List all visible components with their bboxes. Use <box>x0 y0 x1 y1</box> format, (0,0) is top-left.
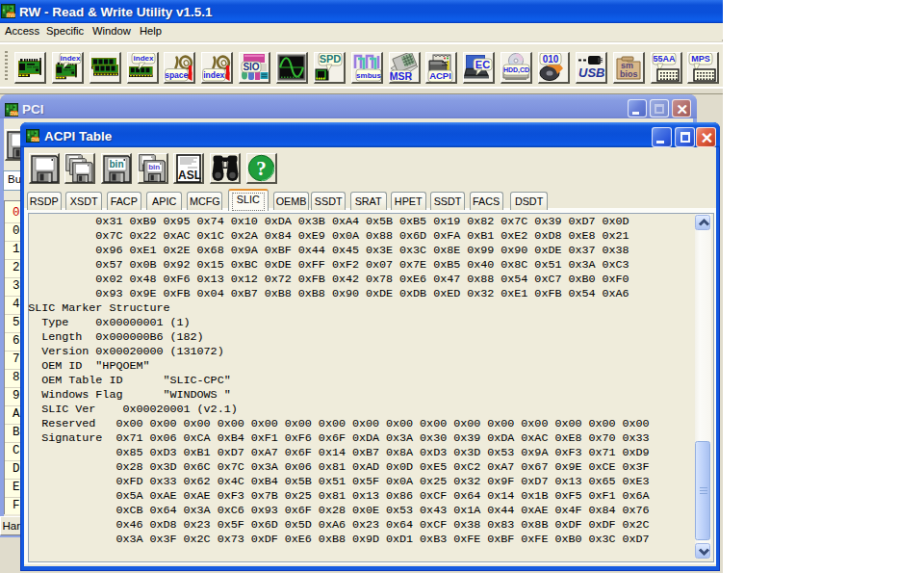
svg-text:RW: RW <box>10 110 18 116</box>
svg-text:RW: RW <box>31 136 39 142</box>
svg-text:MPS: MPS <box>692 54 711 64</box>
svg-text:bin: bin <box>109 159 123 169</box>
svg-text:index: index <box>60 54 80 63</box>
svg-text:RW: RW <box>6 12 15 18</box>
svg-text:ASL: ASL <box>178 169 201 182</box>
svg-text:space: space <box>166 69 189 79</box>
svg-text:SPD: SPD <box>319 53 341 65</box>
svg-text:010: 010 <box>543 53 559 64</box>
svg-text:EC: EC <box>475 58 490 69</box>
svg-text:MSR: MSR <box>390 69 413 81</box>
svg-text:?: ? <box>256 157 267 180</box>
svg-text:bin: bin <box>148 163 160 171</box>
svg-text:bios: bios <box>620 69 638 79</box>
svg-text:ACPI: ACPI <box>430 70 452 81</box>
svg-text:SIO: SIO <box>243 62 259 72</box>
svg-text:55AA: 55AA <box>653 54 676 64</box>
svg-text:index: index <box>203 69 224 79</box>
svg-text:HDD,CD: HDD,CD <box>503 66 529 74</box>
svg-text:USB: USB <box>578 65 604 80</box>
svg-text:smbus: smbus <box>356 70 381 79</box>
svg-text:index: index <box>133 54 153 63</box>
